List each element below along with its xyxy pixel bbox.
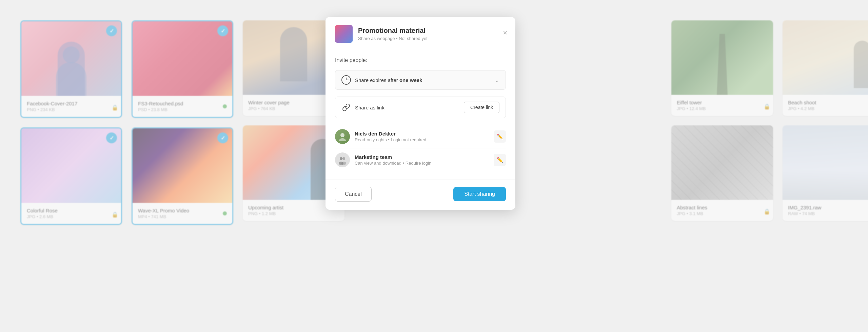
grid-column-2: ✓ FS3-Retouched.psd PSD • 23.8 MB ✓	[132, 20, 233, 225]
selected-badge: ✓	[106, 132, 117, 143]
svg-point-1	[339, 138, 346, 141]
file-card-beach: Beach shoot JPG • 4.2 MB	[783, 20, 868, 116]
file-thumbnail	[671, 20, 773, 95]
file-meta: JPG • 4.2 MB	[788, 106, 868, 111]
invite-label: Invite people:	[335, 57, 506, 63]
file-name: Eiffel tower	[677, 100, 764, 105]
file-thumbnail: ✓	[21, 128, 121, 203]
modal-thumbnail	[335, 25, 353, 43]
file-meta: RAW • 74 MB	[788, 211, 868, 216]
file-card-fs3[interactable]: ✓ FS3-Retouched.psd PSD • 23.8 MB	[132, 20, 233, 118]
file-meta: PNG • 234 KB	[27, 107, 112, 112]
file-thumbnail	[671, 125, 773, 200]
person-left: Marketing team Can view and download • R…	[335, 152, 431, 167]
file-name: FS3-Retouched.psd	[138, 101, 223, 106]
file-card-facebook[interactable]: ✓ Facebook-Cover-2017 PNG • 234 KB 🔒	[20, 20, 122, 118]
file-status-lock: 🔒	[112, 211, 116, 215]
file-name: IMG_2391.raw	[788, 205, 868, 210]
share-link-left: Share as link	[341, 103, 384, 112]
chevron-down-icon: ⌄	[494, 76, 499, 84]
file-name: Facebook-Cover-2017	[27, 101, 112, 106]
file-thumbnail: ✓	[133, 21, 232, 96]
file-name: Beach shoot	[788, 100, 868, 105]
file-name: Colorful Rose	[27, 208, 112, 213]
cancel-button[interactable]: Cancel	[335, 187, 372, 202]
create-link-button[interactable]: Create link	[464, 102, 499, 113]
file-status-lock: 🔒	[764, 208, 768, 212]
file-thumbnail	[783, 20, 868, 95]
person-info-niels: Niels den Dekker Read-only rights • Logi…	[355, 131, 426, 142]
file-card-rose[interactable]: ✓ Colorful Rose JPG • 2.6 MB 🔒	[20, 127, 122, 225]
person-meta: Read-only rights • Login not required	[355, 137, 426, 142]
file-status-lock: 🔒	[764, 103, 768, 107]
file-meta: PNG • 1.2 MB	[248, 211, 339, 216]
grid-column-5: Eiffel tower JPG • 12.4 MB 🔒 Abstract li…	[671, 20, 773, 221]
modal-subtitle: Share as webpage • Not shared yet	[358, 36, 428, 41]
file-meta: PSD • 23.8 MB	[138, 107, 223, 112]
share-expires-left: Share expires after one week	[341, 75, 422, 85]
file-info: Colorful Rose JPG • 2.6 MB 🔒	[21, 203, 121, 224]
person-row-marketing: Marketing team Can view and download • R…	[335, 148, 506, 171]
file-meta: MP4 • 741 MB	[138, 214, 223, 219]
modal-header: Promotional material Share as webpage • …	[326, 17, 515, 49]
file-info: FS3-Retouched.psd PSD • 23.8 MB	[133, 96, 232, 117]
avatar-niels	[335, 129, 350, 144]
file-info: Beach shoot JPG • 4.2 MB	[783, 95, 868, 116]
selected-badge: ✓	[217, 25, 228, 36]
svg-point-0	[340, 133, 344, 137]
file-info: Abstract lines JPG • 3.1 MB 🔒	[671, 200, 773, 221]
file-status-green	[223, 104, 227, 108]
modal-body: Invite people: Share expires after one w…	[326, 49, 515, 180]
edit-person-marketing-button[interactable]: ✏️	[494, 154, 506, 166]
file-meta: JPG • 12.4 MB	[677, 106, 764, 111]
person-left: Niels den Dekker Read-only rights • Logi…	[335, 129, 426, 144]
file-name: Wave-XL Promo Video	[138, 208, 223, 213]
person-row-niels: Niels den Dekker Read-only rights • Logi…	[335, 125, 506, 148]
file-info: Wave-XL Promo Video MP4 • 741 MB	[133, 203, 232, 224]
link-icon	[341, 103, 351, 112]
person-info-marketing: Marketing team Can view and download • R…	[355, 154, 431, 166]
grid-column-1: ✓ Facebook-Cover-2017 PNG • 234 KB 🔒 ✓	[20, 20, 122, 225]
share-link-text: Share as link	[355, 105, 384, 110]
svg-point-3	[342, 157, 345, 160]
grid-column-6: Beach shoot JPG • 4.2 MB IMG_2391.raw	[783, 20, 868, 221]
file-info: IMG_2391.raw RAW • 74 MB 🔒	[783, 200, 868, 221]
avatar-marketing	[335, 152, 350, 167]
person-name: Marketing team	[355, 154, 431, 160]
file-thumbnail: ✓	[21, 21, 121, 96]
file-card-abstract: Abstract lines JPG • 3.1 MB 🔒	[671, 125, 773, 221]
file-card-img2391: IMG_2391.raw RAW • 74 MB 🔒	[783, 125, 868, 221]
share-link-row: Share as link Create link	[335, 97, 506, 118]
person-name: Niels den Dekker	[355, 131, 426, 137]
modal-title-block: Promotional material Share as webpage • …	[358, 27, 428, 41]
file-card-eiffel: Eiffel tower JPG • 12.4 MB 🔒	[671, 20, 773, 116]
modal-close-button[interactable]: ×	[503, 29, 507, 37]
start-sharing-button[interactable]: Start sharing	[453, 187, 506, 201]
svg-point-2	[340, 157, 342, 160]
file-card-wave[interactable]: ✓ Wave-XL Promo Video MP4 • 741 MB	[132, 127, 233, 225]
file-name: Abstract lines	[677, 205, 764, 210]
file-meta: JPG • 3.1 MB	[677, 211, 764, 216]
clock-icon	[341, 75, 351, 85]
expires-text: Share expires after one week	[355, 77, 422, 83]
file-thumbnail: ✓	[133, 128, 232, 203]
file-status-green	[223, 211, 227, 215]
file-meta: JPG • 2.6 MB	[27, 214, 112, 219]
share-expires-row[interactable]: Share expires after one week ⌄	[335, 70, 506, 90]
modal-title: Promotional material	[358, 27, 428, 35]
modal-footer: Cancel Start sharing	[326, 180, 515, 210]
share-modal: Promotional material Share as webpage • …	[326, 17, 515, 210]
file-info: Facebook-Cover-2017 PNG • 234 KB 🔒	[21, 96, 121, 117]
edit-person-niels-button[interactable]: ✏️	[494, 130, 506, 143]
file-thumbnail	[783, 125, 868, 200]
person-meta: Can view and download • Require login	[355, 161, 431, 166]
file-info: Eiffel tower JPG • 12.4 MB 🔒	[671, 95, 773, 116]
file-status-lock: 🔒	[112, 104, 116, 108]
selected-badge: ✓	[217, 132, 228, 143]
selected-badge: ✓	[106, 25, 117, 36]
people-list: Niels den Dekker Read-only rights • Logi…	[335, 125, 506, 171]
